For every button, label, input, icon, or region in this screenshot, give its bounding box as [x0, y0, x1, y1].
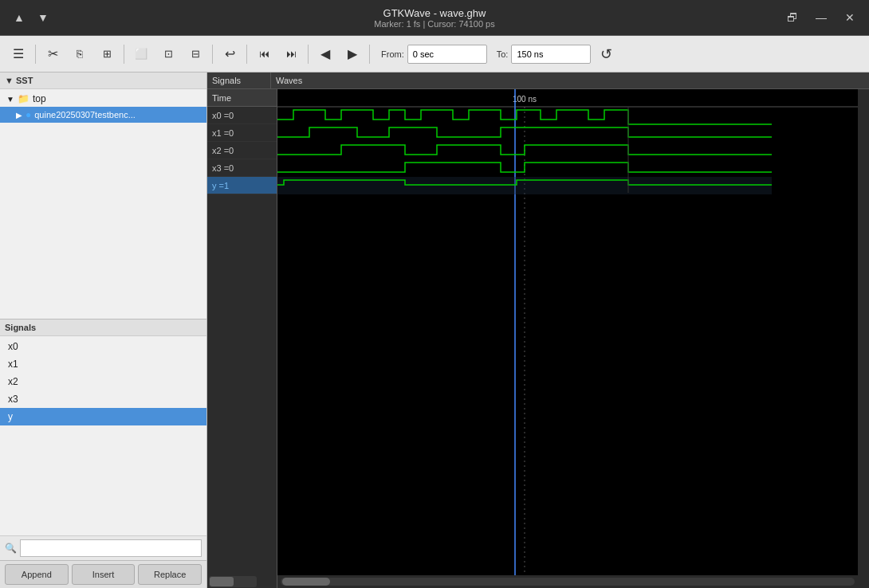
copy-btn[interactable]: ⎘	[68, 42, 92, 66]
append-button[interactable]: Append	[5, 564, 69, 585]
wave-row-y[interactable]: y =1	[207, 177, 277, 194]
hscroll-track[interactable]	[281, 578, 855, 586]
to-label: To:	[497, 49, 509, 59]
go-end-btn[interactable]: ⏭	[279, 42, 303, 66]
title-bar: ▲ ▼ GTKWave - wave.ghw Marker: 1 fs | Cu…	[0, 0, 869, 36]
main-area: ▼ SST ▼ 📁 top ▶ ● quine20250307testbenc.…	[0, 73, 869, 588]
time-header: Time	[207, 89, 277, 107]
waves-col-header: Waves	[271, 73, 869, 88]
insert-button[interactable]: Insert	[72, 564, 136, 585]
sst-item-quine[interactable]: ▶ ● quine20250307testbenc...	[0, 107, 206, 123]
zoom-fit-btn[interactable]: ⊡	[156, 42, 180, 66]
toolbar-sep-3	[212, 45, 213, 64]
wave-row-x3[interactable]: x3 =0	[207, 159, 277, 177]
from-label: From:	[381, 49, 404, 59]
toolbar-sep-1	[35, 45, 36, 64]
window-controls[interactable]: 🗗 — ✕	[781, 6, 861, 29]
window-subtitle: Marker: 1 fs | Cursor: 74100 ps	[374, 19, 494, 29]
folder-icon: 📁	[18, 93, 29, 104]
sst-section: ▼ SST ▼ 📁 top ▶ ● quine20250307testbenc.…	[0, 73, 206, 319]
toolbar-sep-4	[246, 45, 247, 64]
signals-col-header: Signals	[207, 73, 271, 88]
wave-row-x0[interactable]: x0 =0	[207, 107, 277, 124]
wave-row-x2[interactable]: x2 =0	[207, 142, 277, 159]
signals-search-input[interactable]	[20, 539, 202, 557]
hscroll-left-spacer	[207, 575, 277, 588]
vertical-scrollbar[interactable]	[858, 89, 869, 575]
replace-button[interactable]: Replace	[138, 564, 202, 585]
waves-canvas-area[interactable]: 100 ns	[277, 89, 858, 575]
restore-btn[interactable]: 🗗	[781, 6, 804, 29]
select-all-btn[interactable]: ⬜	[129, 42, 153, 66]
toolbar: ☰ ✂ ⎘ ⊞ ⬜ ⊡ ⊟ ↩ ⏮ ⏭ ◀ ▶ From: To: ↺	[0, 36, 869, 73]
hscroll-track-area	[277, 575, 858, 588]
signals-search-bar: 🔍	[0, 535, 206, 560]
from-input[interactable]	[407, 45, 487, 64]
sst-label: SST	[16, 76, 33, 85]
close-btn[interactable]: ✕	[839, 6, 861, 29]
signal-item-y[interactable]: y	[0, 408, 206, 425]
signals-section: Signals x0 x1 x2 x3 y 🔍	[0, 319, 206, 588]
undo-btn[interactable]: ↩	[218, 42, 242, 66]
left-thumb[interactable]	[210, 577, 234, 586]
wave-main-content: Time x0 =0 x1 =0 x2 =0 x3 =0 y =1	[207, 89, 869, 575]
signals-list: x0 x1 x2 x3 y	[0, 336, 206, 535]
go-start-btn[interactable]: ⏮	[252, 42, 276, 66]
paste-btn[interactable]: ⊞	[95, 42, 119, 66]
sst-tree: ▼ 📁 top ▶ ● quine20250307testbenc...	[0, 89, 206, 124]
hscroll-row	[207, 575, 869, 588]
left-panel: ▼ SST ▼ 📁 top ▶ ● quine20250307testbenc.…	[0, 73, 207, 588]
sst-collapse-icon[interactable]: ▼	[5, 76, 14, 85]
signal-item-x2[interactable]: x2	[0, 373, 206, 390]
module-icon: ●	[26, 109, 31, 120]
sst-item-top[interactable]: ▼ 📁 top	[0, 91, 206, 107]
title-bar-center: GTKWave - wave.ghw Marker: 1 fs | Cursor…	[374, 7, 494, 29]
toolbar-sep-5	[308, 45, 309, 64]
toolbar-sep-2	[124, 45, 124, 64]
signal-item-x0[interactable]: x0	[0, 338, 206, 355]
signals-panel-header: Signals	[0, 319, 206, 336]
menu-btn[interactable]: ☰	[6, 42, 30, 66]
sst-arrow-top: ▼	[6, 95, 14, 104]
left-hscroll-thumb[interactable]	[209, 576, 257, 587]
signal-item-x1[interactable]: x1	[0, 355, 206, 373]
waveform-area: Signals Waves Time x0 =0 x1 =0 x2 =0	[207, 73, 869, 588]
signals-footer: Append Insert Replace	[0, 560, 206, 588]
arrow-down-btn[interactable]: ▼	[32, 6, 54, 29]
prev-btn[interactable]: ◀	[313, 42, 337, 66]
reload-btn[interactable]: ↺	[594, 42, 618, 66]
waveform-svg: 100 ns	[277, 89, 858, 575]
toolbar-sep-6	[369, 45, 370, 64]
wave-header-row: Signals Waves	[207, 73, 869, 89]
arrow-up-btn[interactable]: ▲	[8, 6, 30, 29]
title-bar-arrows[interactable]: ▲ ▼	[8, 6, 54, 29]
sst-arrow-quine: ▶	[16, 111, 22, 120]
sst-top-label: top	[33, 93, 46, 104]
next-btn[interactable]: ▶	[340, 42, 364, 66]
zoom-sel-btn[interactable]: ⊟	[183, 42, 207, 66]
sst-quine-label: quine20250307testbenc...	[34, 110, 136, 120]
hscroll-thumb[interactable]	[282, 578, 330, 586]
svg-text:100 ns: 100 ns	[513, 95, 537, 104]
minimize-btn[interactable]: —	[810, 6, 832, 29]
wave-row-x1[interactable]: x1 =0	[207, 124, 277, 142]
to-input[interactable]	[511, 45, 591, 64]
cut-btn[interactable]: ✂	[41, 42, 65, 66]
search-icon: 🔍	[5, 543, 17, 554]
sst-header: ▼ SST	[0, 73, 206, 89]
signal-names-col: Time x0 =0 x1 =0 x2 =0 x3 =0 y =1	[207, 89, 277, 575]
signal-item-x3[interactable]: x3	[0, 390, 206, 408]
window-title: GTKWave - wave.ghw	[383, 7, 486, 19]
hscroll-right-spacer	[858, 575, 869, 588]
